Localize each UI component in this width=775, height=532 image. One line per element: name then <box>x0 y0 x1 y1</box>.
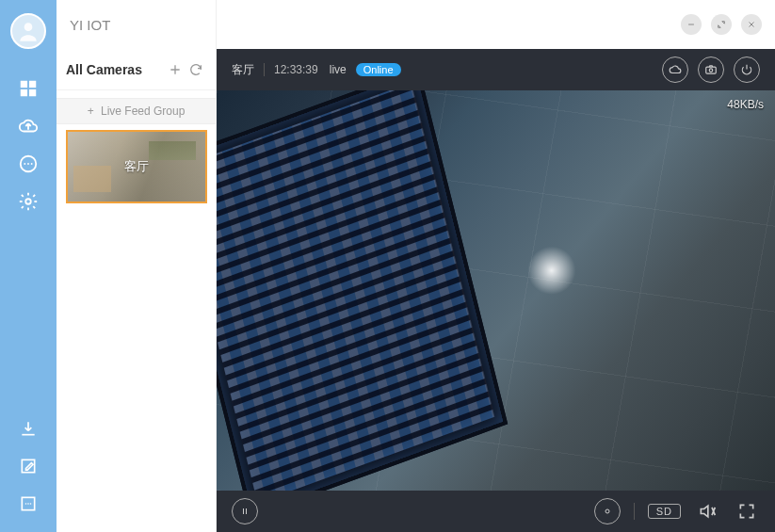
svg-point-9 <box>25 199 31 204</box>
left-nav <box>0 0 57 532</box>
nav-more[interactable] <box>0 485 57 523</box>
svg-point-17 <box>605 509 609 513</box>
svg-point-16 <box>709 69 713 73</box>
app-title: YI IOT <box>57 0 216 49</box>
close-icon <box>747 20 756 29</box>
svg-point-13 <box>27 503 29 505</box>
camera-icon <box>704 63 718 76</box>
window-minimize-button[interactable] <box>681 14 702 35</box>
svg-point-0 <box>24 23 33 31</box>
camera-thumbnail-label: 客厅 <box>124 158 149 175</box>
fullscreen-icon <box>737 502 756 521</box>
minimize-icon <box>686 20 696 29</box>
camera-panel: YI IOT All Cameras + Live Feed Group 客厅 <box>57 0 217 532</box>
nav-chat[interactable] <box>0 145 57 183</box>
mute-icon <box>698 502 717 521</box>
maximize-icon <box>717 20 726 29</box>
online-badge: Online <box>356 63 401 76</box>
video-live-label: live <box>330 63 347 76</box>
refresh-icon <box>188 62 203 77</box>
video-capture-button[interactable] <box>698 56 724 83</box>
camera-thumbnail[interactable]: 客厅 <box>66 130 207 203</box>
nav-edit[interactable] <box>0 447 57 485</box>
power-icon <box>740 63 753 76</box>
video-cloud-button[interactable] <box>662 56 688 83</box>
window-controls <box>217 0 775 49</box>
nav-cloud-upload[interactable] <box>0 107 57 145</box>
window-maximize-button[interactable] <box>711 14 732 35</box>
nav-download[interactable] <box>0 410 57 447</box>
video-top-bar: 客厅 12:33:39 live Online <box>217 49 775 90</box>
add-camera-button[interactable] <box>165 59 186 80</box>
grid-icon <box>18 78 39 99</box>
svg-rect-2 <box>29 81 36 88</box>
pause-button[interactable] <box>232 498 258 524</box>
video-feed[interactable]: 48KB/s <box>217 90 775 491</box>
panel-header-label: All Cameras <box>66 62 165 77</box>
svg-point-7 <box>27 163 29 165</box>
svg-rect-4 <box>29 89 36 96</box>
add-group-button[interactable]: + Live Feed Group <box>57 98 216 124</box>
svg-point-14 <box>30 503 32 505</box>
download-icon <box>19 419 38 438</box>
video-area: 客厅 12:33:39 live Online 48KB/s <box>217 0 775 532</box>
refresh-button[interactable] <box>186 59 206 80</box>
divider <box>264 63 265 76</box>
nav-settings[interactable] <box>0 183 57 220</box>
svg-rect-15 <box>706 67 717 73</box>
video-timestamp: 12:33:39 <box>274 63 318 76</box>
separator <box>634 503 635 520</box>
window-close-button[interactable] <box>741 14 762 35</box>
pause-icon <box>239 506 250 517</box>
plus-icon <box>168 62 183 77</box>
svg-point-6 <box>24 163 25 165</box>
record-button[interactable] <box>594 498 621 524</box>
svg-rect-3 <box>21 89 27 96</box>
more-icon <box>19 494 38 513</box>
record-icon <box>602 506 613 517</box>
quality-button[interactable]: SD <box>648 504 681 519</box>
video-bottom-bar: SD <box>217 491 775 532</box>
chat-icon <box>18 153 39 174</box>
cloud-icon <box>669 63 682 76</box>
video-power-button[interactable] <box>734 56 760 83</box>
svg-point-12 <box>25 503 27 505</box>
plus-glyph: + <box>88 105 94 118</box>
cloud-upload-icon <box>18 116 39 137</box>
bitrate-label: 48KB/s <box>727 98 764 111</box>
avatar[interactable] <box>10 13 46 49</box>
gear-icon <box>18 191 39 212</box>
nav-grid[interactable] <box>0 70 57 107</box>
add-group-label: Live Feed Group <box>101 105 185 118</box>
video-camera-name: 客厅 <box>232 62 254 78</box>
fullscreen-button[interactable] <box>734 498 760 524</box>
svg-point-8 <box>31 163 33 165</box>
svg-rect-1 <box>21 81 27 88</box>
edit-icon <box>19 457 38 476</box>
mute-button[interactable] <box>694 498 720 524</box>
